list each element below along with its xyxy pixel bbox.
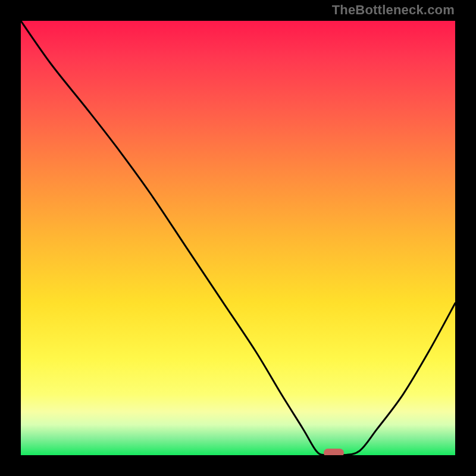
bottleneck-curve [21, 21, 455, 455]
chart-frame: TheBottleneck.com [0, 0, 476, 476]
watermark-text: TheBottleneck.com [332, 2, 455, 18]
plot-area [21, 21, 455, 455]
optimal-marker [324, 449, 344, 455]
